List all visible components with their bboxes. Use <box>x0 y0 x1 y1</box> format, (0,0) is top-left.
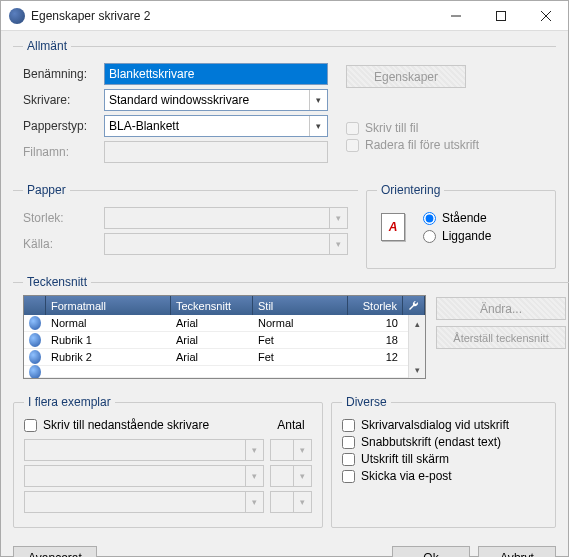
globe-icon <box>29 316 41 330</box>
legend-diverse: Diverse <box>342 395 391 409</box>
checkbox-snabb[interactable]: Snabbutskrift (endast text) <box>342 435 545 449</box>
chevron-down-icon: ▾ <box>329 208 347 228</box>
chevron-down-icon: ▾ <box>293 492 311 512</box>
select-exemplar-antal: ▾ <box>270 465 312 487</box>
font-grid[interactable]: Formatmall Teckensnitt Stil Storlek Norm… <box>23 295 426 379</box>
group-allmant: Allmänt Benämning: Skrivare: Standard wi… <box>13 39 556 177</box>
checkbox-radera-fil[interactable]: Radera fil före utskrift <box>346 138 546 152</box>
label-papperstyp: Papperstyp: <box>23 119 98 133</box>
footer: Avancerat Ok Avbryt <box>13 540 556 557</box>
checkbox-skarm[interactable]: Utskrift till skärm <box>342 452 545 466</box>
chevron-down-icon: ▾ <box>293 440 311 460</box>
globe-icon <box>29 365 41 379</box>
svg-rect-1 <box>496 11 505 20</box>
legend-orientering: Orientering <box>377 183 444 197</box>
select-papperstyp[interactable]: BLA-Blankett ▾ <box>104 115 328 137</box>
avancerat-button[interactable]: Avancerat <box>13 546 97 557</box>
select-skrivare[interactable]: Standard windowsskrivare ▾ <box>104 89 328 111</box>
group-papper: Papper Storlek: ▾ Källa: ▾ <box>13 183 358 269</box>
table-row[interactable]: NormalArialNormal10 <box>24 315 408 332</box>
select-exemplar-antal: ▾ <box>270 491 312 513</box>
radio-staende[interactable]: Stående <box>423 211 491 225</box>
window: Egenskaper skrivare 2 Allmänt Benämning: <box>0 0 569 557</box>
close-icon <box>541 11 551 21</box>
chevron-down-icon: ▾ <box>245 466 263 486</box>
maximize-button[interactable] <box>478 1 523 30</box>
chevron-down-icon: ▾ <box>245 440 263 460</box>
label-benamning: Benämning: <box>23 67 98 81</box>
label-skrivare: Skrivare: <box>23 93 98 107</box>
egenskaper-button: Egenskaper <box>346 65 466 88</box>
select-exemplar-skrivare: ▾ <box>24 491 264 513</box>
label-storlek: Storlek: <box>23 211 98 225</box>
input-benamning[interactable] <box>104 63 328 85</box>
checkbox-dialog[interactable]: Skrivarvalsdialog vid utskrift <box>342 418 545 432</box>
select-kalla: ▾ <box>104 233 348 255</box>
select-exemplar-antal: ▾ <box>270 439 312 461</box>
orientation-icon: A <box>381 213 405 241</box>
andra-button: Ändra... <box>436 297 566 320</box>
maximize-icon <box>496 11 506 21</box>
chevron-down-icon: ▾ <box>309 116 327 136</box>
legend-exemplar: I flera exemplar <box>24 395 115 409</box>
legend-allmant: Allmänt <box>23 39 71 53</box>
legend-papper: Papper <box>23 183 70 197</box>
app-icon <box>9 8 25 24</box>
group-exemplar: I flera exemplar Skriv till nedanstående… <box>13 395 323 528</box>
scroll-down-icon[interactable]: ▾ <box>409 361 425 378</box>
group-diverse: Diverse Skrivarvalsdialog vid utskrift S… <box>331 395 556 528</box>
table-row[interactable]: Rubrik 1ArialFet18 <box>24 332 408 349</box>
select-skrivare-value: Standard windowsskrivare <box>109 93 249 107</box>
avbryt-button[interactable]: Avbryt <box>478 546 556 557</box>
globe-icon <box>29 350 41 364</box>
checkbox-skriv-nedan[interactable]: Skriv till nedanstående skrivare <box>24 418 209 432</box>
select-exemplar-skrivare: ▾ <box>24 465 264 487</box>
aterstall-button: Återställ teckensnitt <box>436 326 566 349</box>
table-row[interactable]: Rubrik 2ArialFet12 <box>24 349 408 366</box>
checkbox-epost[interactable]: Skicka via e-post <box>342 469 545 483</box>
select-exemplar-skrivare: ▾ <box>24 439 264 461</box>
minimize-button[interactable] <box>433 1 478 30</box>
window-title: Egenskaper skrivare 2 <box>31 9 433 23</box>
select-storlek: ▾ <box>104 207 348 229</box>
radio-liggande[interactable]: Liggande <box>423 229 491 243</box>
select-papperstyp-value: BLA-Blankett <box>109 119 179 133</box>
group-teckensnitt: Teckensnitt Formatmall Teckensnitt Stil … <box>13 275 569 389</box>
checkbox-skriv-till-fil[interactable]: Skriv till fil <box>346 121 546 135</box>
chevron-down-icon: ▾ <box>329 234 347 254</box>
label-kalla: Källa: <box>23 237 98 251</box>
chevron-down-icon: ▾ <box>245 492 263 512</box>
chevron-down-icon: ▾ <box>293 466 311 486</box>
input-filnamn <box>104 141 328 163</box>
chevron-down-icon: ▾ <box>309 90 327 110</box>
label-filnamn: Filnamn: <box>23 145 98 159</box>
scroll-up-icon[interactable]: ▴ <box>409 315 425 332</box>
titlebar: Egenskaper skrivare 2 <box>1 1 568 31</box>
close-button[interactable] <box>523 1 568 30</box>
scrollbar[interactable]: ▴ ▾ <box>408 315 425 378</box>
legend-teckensnitt: Teckensnitt <box>23 275 91 289</box>
font-grid-header: Formatmall Teckensnitt Stil Storlek <box>24 296 425 315</box>
wrench-icon[interactable] <box>403 296 425 315</box>
globe-icon <box>29 333 41 347</box>
group-orientering: Orientering A Stående Liggande <box>366 183 556 269</box>
label-antal: Antal <box>270 418 312 432</box>
minimize-icon <box>451 11 461 21</box>
ok-button[interactable]: Ok <box>392 546 470 557</box>
